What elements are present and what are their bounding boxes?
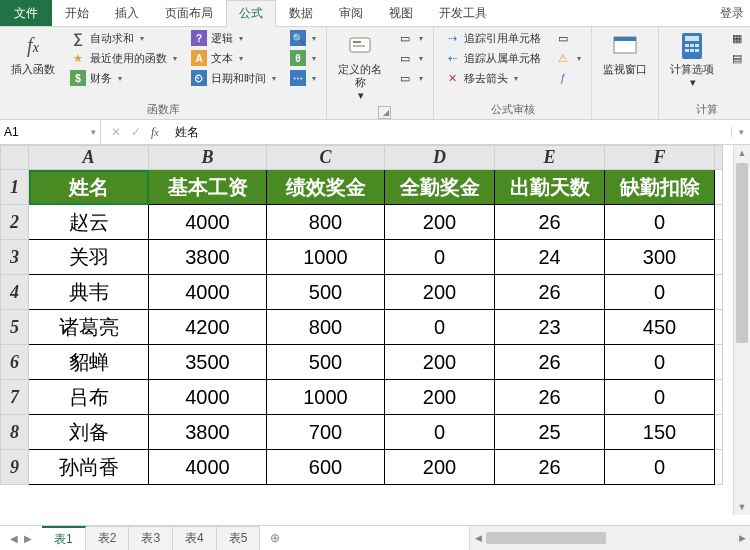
cell[interactable]: 0 xyxy=(385,310,495,345)
fx-icon[interactable]: fx xyxy=(151,125,159,140)
cell[interactable]: 吕布 xyxy=(29,380,149,415)
cell[interactable]: 姓名 xyxy=(29,170,149,205)
cell[interactable]: 26 xyxy=(495,450,605,485)
tab-data[interactable]: 数据 xyxy=(276,0,326,26)
cell[interactable]: 诸葛亮 xyxy=(29,310,149,345)
cell[interactable]: 24 xyxy=(495,240,605,275)
col-header[interactable]: B xyxy=(149,146,267,170)
cell[interactable]: 孙尚香 xyxy=(29,450,149,485)
cell[interactable]: 0 xyxy=(385,240,495,275)
vertical-scrollbar[interactable]: ▲ ▼ xyxy=(733,145,750,515)
new-sheet-button[interactable]: ⊕ xyxy=(260,526,290,550)
enter-icon[interactable]: ✓ xyxy=(131,125,141,140)
login-link[interactable]: 登录 xyxy=(720,0,750,26)
scroll-down-icon[interactable]: ▼ xyxy=(734,499,750,515)
sheet-tab[interactable]: 表1 xyxy=(42,526,86,550)
cell[interactable] xyxy=(715,240,723,275)
cell[interactable]: 25 xyxy=(495,415,605,450)
cell[interactable]: 26 xyxy=(495,345,605,380)
evaluate-button[interactable]: ƒ xyxy=(551,69,585,87)
cell[interactable]: 典韦 xyxy=(29,275,149,310)
nav-prev-icon[interactable]: ◀ xyxy=(10,533,18,544)
row-header[interactable]: 2 xyxy=(1,205,29,240)
scroll-thumb[interactable] xyxy=(736,163,748,343)
cell[interactable]: 200 xyxy=(385,380,495,415)
cell[interactable]: 26 xyxy=(495,205,605,240)
calc-now-button[interactable]: ▦ xyxy=(725,29,749,47)
row-header[interactable]: 8 xyxy=(1,415,29,450)
cell[interactable]: 0 xyxy=(605,275,715,310)
more-functions-button[interactable]: ⋯ ▾ xyxy=(286,69,320,87)
row-header[interactable]: 5 xyxy=(1,310,29,345)
cell[interactable]: 300 xyxy=(605,240,715,275)
financial-button[interactable]: $ 财务▾ xyxy=(66,69,181,87)
row-header[interactable]: 3 xyxy=(1,240,29,275)
cell[interactable] xyxy=(715,170,723,205)
scroll-thumb[interactable] xyxy=(486,532,606,544)
recent-functions-button[interactable]: ★ 最近使用的函数▾ xyxy=(66,49,181,67)
cell[interactable]: 4000 xyxy=(149,380,267,415)
cell[interactable]: 26 xyxy=(495,380,605,415)
autosum-button[interactable]: ∑ 自动求和▾ xyxy=(66,29,181,47)
cell[interactable]: 刘备 xyxy=(29,415,149,450)
scroll-right-icon[interactable]: ▶ xyxy=(734,533,750,543)
cell[interactable]: 0 xyxy=(605,380,715,415)
cell[interactable]: 关羽 xyxy=(29,240,149,275)
cell[interactable]: 500 xyxy=(267,345,385,380)
cell[interactable]: 23 xyxy=(495,310,605,345)
cell[interactable]: 4000 xyxy=(149,205,267,240)
cell[interactable]: 0 xyxy=(605,205,715,240)
cell[interactable] xyxy=(715,415,723,450)
cell[interactable]: 800 xyxy=(267,205,385,240)
cell[interactable]: 500 xyxy=(267,275,385,310)
error-check-button[interactable]: ⚠▾ xyxy=(551,49,585,67)
cell[interactable]: 缺勤扣除 xyxy=(605,170,715,205)
trace-dependents-button[interactable]: ⇠ 追踪从属单元格 xyxy=(440,49,545,67)
cell[interactable]: 出勤天数 xyxy=(495,170,605,205)
col-header[interactable]: C xyxy=(267,146,385,170)
expand-formula-bar[interactable]: ▾ xyxy=(731,127,750,137)
cell[interactable]: 4000 xyxy=(149,450,267,485)
cell[interactable] xyxy=(715,380,723,415)
cell[interactable]: 200 xyxy=(385,205,495,240)
calc-sheet-button[interactable]: ▤ xyxy=(725,49,749,67)
row-header[interactable]: 9 xyxy=(1,450,29,485)
cell[interactable]: 1000 xyxy=(267,380,385,415)
tab-home[interactable]: 开始 xyxy=(52,0,102,26)
sheet-nav[interactable]: ◀ ▶ xyxy=(0,526,42,550)
cell[interactable]: 全勤奖金 xyxy=(385,170,495,205)
spreadsheet-grid[interactable]: A B C D E F 1 姓名 基本工资 绩效奖金 全勤奖金 出勤天数 缺勤扣… xyxy=(0,145,723,485)
cell[interactable]: 200 xyxy=(385,275,495,310)
cell[interactable]: 4200 xyxy=(149,310,267,345)
remove-arrows-button[interactable]: ✕ 移去箭头▾ xyxy=(440,69,545,87)
name-opt2[interactable]: ▭▾ xyxy=(393,49,427,67)
row-header[interactable]: 4 xyxy=(1,275,29,310)
col-header[interactable]: D xyxy=(385,146,495,170)
cell[interactable]: 700 xyxy=(267,415,385,450)
cell[interactable]: 绩效奖金 xyxy=(267,170,385,205)
cell[interactable]: 26 xyxy=(495,275,605,310)
sheet-tab[interactable]: 表3 xyxy=(129,526,173,550)
row-header[interactable]: 6 xyxy=(1,345,29,380)
tab-formulas[interactable]: 公式 xyxy=(226,0,276,27)
tab-developer[interactable]: 开发工具 xyxy=(426,0,500,26)
tab-insert[interactable]: 插入 xyxy=(102,0,152,26)
trace-precedents-button[interactable]: ⇢ 追踪引用单元格 xyxy=(440,29,545,47)
cell[interactable]: 1000 xyxy=(267,240,385,275)
scroll-up-icon[interactable]: ▲ xyxy=(734,145,750,161)
cell[interactable]: 3500 xyxy=(149,345,267,380)
cell[interactable] xyxy=(715,310,723,345)
cell[interactable]: 600 xyxy=(267,450,385,485)
text-button[interactable]: A 文本▾ xyxy=(187,49,280,67)
cell[interactable] xyxy=(715,345,723,380)
col-header[interactable]: A xyxy=(29,146,149,170)
nav-next-icon[interactable]: ▶ xyxy=(24,533,32,544)
col-header[interactable]: E xyxy=(495,146,605,170)
tab-review[interactable]: 审阅 xyxy=(326,0,376,26)
cell[interactable]: 150 xyxy=(605,415,715,450)
math-button[interactable]: θ ▾ xyxy=(286,49,320,67)
define-name-button[interactable]: 定义的名称 ▾ xyxy=(333,29,387,104)
formula-bar[interactable]: 姓名 xyxy=(169,120,731,144)
cell[interactable]: 450 xyxy=(605,310,715,345)
tab-pagelayout[interactable]: 页面布局 xyxy=(152,0,226,26)
